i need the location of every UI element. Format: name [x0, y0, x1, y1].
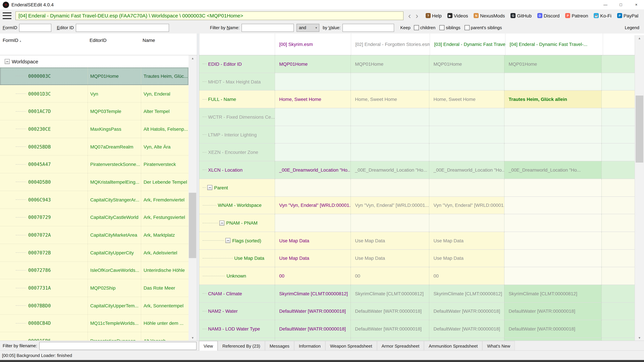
scrollbar-thumb[interactable]: [636, 95, 643, 163]
panel-splitter[interactable]: [197, 33, 200, 341]
link-github[interactable]: GGitHub: [511, 13, 532, 18]
link-paypal[interactable]: PPayPal: [617, 13, 638, 18]
tree-scrollbar[interactable]: ▲ ▼: [188, 55, 197, 341]
value-cell-04[interactable]: DefaultWater [WATR:00000018]: [504, 320, 602, 338]
tab-ammunition-spreadsheet[interactable]: Ammunition Spreadsheet: [424, 341, 482, 351]
value-cell-03[interactable]: DefaultWater [WATR:00000018]: [429, 320, 504, 338]
field-label-cell[interactable]: XEZN - Encounter Zone: [200, 144, 275, 161]
tree-row-capitalcitycastleworld[interactable]: 00070729CapitalCityCastleWorldArk, Festu…: [0, 209, 188, 226]
value-cell-00[interactable]: MQP01Home: [275, 55, 351, 72]
tree-row-mqp01home[interactable]: 0000003CMQP01HomeTrautes Heim, Glüc...: [0, 67, 188, 85]
value-cell-02[interactable]: [351, 214, 429, 231]
field-label-cell[interactable]: LTMP - Interior Lighting: [200, 126, 275, 143]
value-cell-00[interactable]: Vyn "Vyn, Enderal" [WRLD:00001...: [275, 197, 351, 214]
grid-col-forgotten-stories[interactable]: [02] Enderal - Forgotten Stories.esm: [351, 33, 430, 55]
tree-row-capitalcityuppercity[interactable]: 0007072BCapitalCityUpperCityArk, Adelsvi…: [0, 244, 188, 262]
menu-hamburger-icon[interactable]: [3, 11, 13, 19]
value-cell-00[interactable]: 00: [275, 267, 351, 285]
field-label-cell[interactable]: −Parent: [200, 179, 275, 196]
value-cell-00[interactable]: DefaultWater [WATR:00000018]: [275, 320, 351, 338]
value-cell-03[interactable]: DefaultWater [WATR:00000018]: [429, 303, 504, 320]
value-cell-02[interactable]: [351, 179, 429, 196]
collapse-expander-icon[interactable]: −: [226, 238, 230, 243]
value-cell-04[interactable]: MQP01Home: [504, 55, 602, 72]
tree-node-worldspace[interactable]: − Worldspace: [0, 55, 188, 67]
close-button[interactable]: ×: [628, 0, 644, 9]
breadcrumb[interactable]: [04] Enderal - Dynamic Fast Travel-DEU.e…: [16, 11, 404, 20]
keep-parents-siblings-checkbox[interactable]: parent's siblings: [464, 25, 502, 30]
filter-by-filename-input[interactable]: [39, 342, 196, 350]
tree-col-name[interactable]: Name: [142, 37, 155, 43]
value-cell-04[interactable]: [504, 179, 602, 196]
forward-arrow-icon[interactable]: ›: [416, 12, 418, 19]
tab-referenced-by-23-[interactable]: Referenced By (23): [218, 341, 265, 351]
value-cell-04[interactable]: [504, 267, 602, 285]
field-label-cell[interactable]: Use Map Data: [200, 250, 275, 267]
value-cell-02[interactable]: 00: [351, 267, 429, 285]
value-cell-00[interactable]: [275, 126, 351, 143]
value-cell-00[interactable]: _00E_Dreamworld_Location "Ho...: [275, 161, 351, 178]
field-label-cell[interactable]: CNAM - Climate: [200, 285, 275, 302]
scrollbar-thumb[interactable]: [189, 193, 196, 258]
value-cell-02[interactable]: [351, 73, 429, 90]
tab-what-s-new[interactable]: What's New: [482, 341, 515, 351]
value-cell-00[interactable]: Use Map Data: [275, 250, 351, 267]
value-cell-03[interactable]: _00E_Dreamworld_Location "Ho...: [429, 161, 504, 178]
value-cell-03[interactable]: Home, Sweet Home: [429, 91, 504, 108]
value-cell-00[interactable]: DefaultWater [WATR:00000018]: [275, 303, 351, 320]
value-cell-04[interactable]: [504, 197, 602, 214]
collapse-expander-icon[interactable]: −: [220, 220, 224, 225]
value-cell-03[interactable]: [429, 73, 504, 90]
value-cell-04[interactable]: [504, 250, 602, 267]
value-cell-04[interactable]: [504, 232, 602, 249]
field-label-cell[interactable]: Unknown: [200, 267, 275, 285]
value-cell-04[interactable]: 0.000000: [504, 338, 602, 341]
value-cell-04[interactable]: SkyrimClimate [CLMT:00000812]: [504, 285, 602, 302]
tree-row-presentationdungeon[interactable]: 00091EB6PresentationDungeonAlt Yogosh: [0, 332, 188, 341]
value-cell-02[interactable]: [351, 144, 429, 161]
value-cell-03[interactable]: [429, 126, 504, 143]
link-discord[interactable]: DDiscord: [537, 13, 560, 18]
editorid-input[interactable]: [76, 24, 169, 32]
tree-row-isleofkorcaveworlds[interactable]: 00072786IsleOfKorCaveWorlds...Unterirdis…: [0, 262, 188, 279]
link-ko-fi[interactable]: ☕Ko-Fi: [594, 13, 612, 18]
value-cell-02[interactable]: Use Map Data: [351, 232, 429, 249]
value-cell-04[interactable]: DefaultWater [WATR:00000018]: [504, 303, 602, 320]
value-cell-03[interactable]: [429, 144, 504, 161]
field-label-cell[interactable]: NAM4 - LOD Water Height: [200, 338, 275, 341]
value-cell-02[interactable]: MQP01Home: [351, 55, 429, 72]
value-cell-02[interactable]: SkyrimClimate [CLMT:00000812]: [351, 285, 429, 302]
value-cell-02[interactable]: Home, Sweet Home: [351, 91, 429, 108]
tree-row-piratenverstecksonne[interactable]: 00045A47PiratenversteckSonne...Piratenve…: [0, 156, 188, 173]
formid-input[interactable]: [19, 24, 52, 32]
field-label-cell[interactable]: EDID - Editor ID: [200, 55, 275, 72]
tab-information[interactable]: Information: [294, 341, 325, 351]
value-cell-04[interactable]: Trautes Heim, Glück allein: [504, 91, 602, 108]
field-label-cell[interactable]: FULL - Name: [200, 91, 275, 108]
value-cell-02[interactable]: _00E_Dreamworld_Location "Ho...: [351, 161, 429, 178]
value-cell-00[interactable]: [275, 108, 351, 125]
scroll-up-icon[interactable]: ▲: [188, 55, 197, 61]
tree-row-capitalcitymarketarea[interactable]: 0007072ACapitalCityMarketAreaArk, Marktp…: [0, 226, 188, 244]
value-cell-00[interactable]: Use Map Data: [275, 232, 351, 249]
value-cell-04[interactable]: _00E_Dreamworld_Location "Ho...: [504, 161, 602, 178]
tree-row-maxkingspass[interactable]: 000230CEMaxKingsPassAlt Hatolis, Felsenp…: [0, 120, 188, 138]
field-label-cell[interactable]: WCTR - Fixed Dimensions Ce...: [200, 108, 275, 125]
link-patreon[interactable]: PPatreon: [565, 13, 588, 18]
field-label-cell[interactable]: XLCN - Location: [200, 161, 275, 178]
filter-by-name-input[interactable]: [242, 24, 294, 32]
field-label-cell[interactable]: −PNAM - PNAM: [200, 214, 275, 231]
tree-row-vyn[interactable]: 00001D3CVynVyn, Enderal: [0, 85, 188, 103]
tree-col-formid[interactable]: FormID▴: [3, 37, 21, 43]
tree-row-capitalcitystrangerar[interactable]: 0006C943CapitalCityStrangerAr...Ark, Fre…: [0, 191, 188, 209]
filter-by-value-input[interactable]: [343, 24, 394, 32]
value-cell-03[interactable]: Use Map Data: [429, 250, 504, 267]
field-label-cell[interactable]: NAM2 - Water: [200, 303, 275, 320]
scroll-up-icon[interactable]: ▲: [635, 35, 644, 41]
field-label-cell[interactable]: WNAM - Worldspace: [200, 197, 275, 214]
value-cell-02[interactable]: 0.000000: [351, 338, 429, 341]
value-cell-02[interactable]: [351, 108, 429, 125]
value-cell-03[interactable]: MQP01Home: [429, 55, 504, 72]
scroll-down-icon[interactable]: ▼: [188, 335, 197, 341]
value-cell-02[interactable]: Vyn "Vyn, Enderal" [WRLD:00001...: [351, 197, 429, 214]
